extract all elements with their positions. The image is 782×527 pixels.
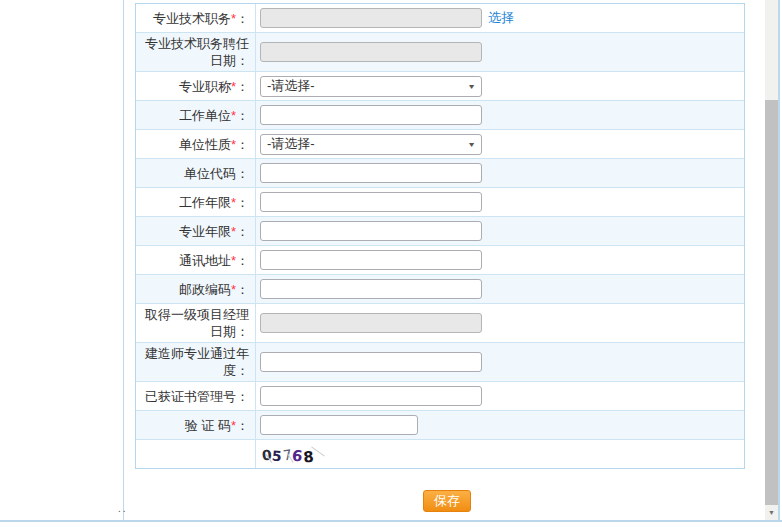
- save-button[interactable]: 保存: [423, 490, 471, 512]
- field-label-cell: 专业职称*：: [136, 72, 256, 100]
- field-label: 专业技术职务*：: [153, 10, 249, 27]
- field-label-cell: 工作年限*：: [136, 188, 256, 216]
- field-label: 建造师专业通过年度：: [140, 345, 249, 379]
- pm-certificate-date-input: [260, 313, 482, 333]
- field-value-cell: [256, 304, 744, 342]
- captcha-image: 05768: [262, 443, 314, 465]
- field-value-cell: 05768: [256, 440, 744, 468]
- field-label-cell: 单位代码：: [136, 159, 256, 187]
- form-row-captcha-image: 05768: [136, 440, 744, 468]
- form-row-work-unit: 工作单位*：: [136, 101, 744, 130]
- page-bottom-border: [0, 520, 782, 522]
- professional-title-select[interactable]: -请选择-▼: [260, 76, 482, 97]
- field-value-cell: -请选择-▼: [256, 72, 744, 100]
- field-value-cell: [256, 33, 744, 71]
- tech-post-appointment-date-input: [260, 42, 482, 62]
- field-label: 单位代码：: [184, 165, 249, 182]
- unit-code-input[interactable]: [260, 163, 482, 183]
- field-value-cell: [256, 343, 744, 381]
- captcha-digit: 8: [302, 447, 315, 468]
- field-value-cell: [256, 382, 744, 410]
- field-label: 专业年限*：: [179, 223, 249, 240]
- professional-tech-post-pick-link[interactable]: 选择: [488, 9, 514, 27]
- field-label-cell: 专业技术职务*：: [136, 4, 256, 32]
- registration-form-table: 专业技术职务*：选择专业技术职务聘任日期：专业职称*：-请选择-▼工作单位*：单…: [135, 3, 745, 469]
- field-label-cell: 专业技术职务聘任日期：: [136, 33, 256, 71]
- field-label-cell: 已获证书管理号：: [136, 382, 256, 410]
- unit-type-select[interactable]: -请选择-▼: [260, 134, 482, 155]
- field-label-cell: [136, 440, 256, 468]
- field-value-cell: [256, 217, 744, 245]
- field-label-cell: 专业年限*：: [136, 217, 256, 245]
- chevron-down-icon: ▼: [768, 509, 775, 516]
- professional-tech-post-input: [260, 8, 482, 28]
- form-row-constructor-pass-year: 建造师专业通过年度：: [136, 343, 744, 382]
- form-row-mailing-address: 通讯地址*：: [136, 246, 744, 275]
- chevron-down-icon: ▼: [467, 141, 476, 148]
- field-value-cell: [256, 188, 744, 216]
- form-row-unit-type: 单位性质*：-请选择-▼: [136, 130, 744, 159]
- selected-option-label: -请选择-: [267, 77, 315, 95]
- field-label: 取得一级项目经理日期：: [140, 306, 249, 340]
- field-label: 专业技术职务聘任日期：: [140, 35, 249, 69]
- form-row-professional-years: 专业年限*：: [136, 217, 744, 246]
- postal-code-input[interactable]: [260, 279, 482, 299]
- field-value-cell: [256, 101, 744, 129]
- field-label-cell: 通讯地址*：: [136, 246, 256, 274]
- form-row-certificate-number: 已获证书管理号：: [136, 382, 744, 411]
- field-label-cell: 邮政编码*：: [136, 275, 256, 303]
- content-left-border: [123, 0, 124, 520]
- field-label-cell: 工作单位*：: [136, 101, 256, 129]
- scrollbar-down-button[interactable]: ▼: [765, 505, 778, 520]
- form-row-postal-code: 邮政编码*：: [136, 275, 744, 304]
- constructor-pass-year-input[interactable]: [260, 352, 482, 372]
- form-row-work-years: 工作年限*：: [136, 188, 744, 217]
- field-value-cell: [256, 411, 744, 439]
- form-row-pm-certificate-date: 取得一级项目经理日期：: [136, 304, 744, 343]
- selected-option-label: -请选择-: [267, 135, 315, 153]
- field-label: 专业职称*：: [179, 78, 249, 95]
- mailing-address-input[interactable]: [260, 250, 482, 270]
- work-years-input[interactable]: [260, 192, 482, 212]
- stray-dots: ..: [118, 503, 128, 514]
- field-value-cell: [256, 246, 744, 274]
- form-row-professional-tech-post: 专业技术职务*：选择: [136, 4, 744, 33]
- field-label-cell: 单位性质*：: [136, 130, 256, 158]
- content-right-border: [778, 0, 780, 520]
- field-label-cell: 验 证 码*：: [136, 411, 256, 439]
- field-value-cell: [256, 159, 744, 187]
- field-label: 工作单位*：: [179, 107, 249, 124]
- field-value-cell: [256, 275, 744, 303]
- field-label: 已获证书管理号：: [145, 388, 249, 405]
- vertical-scrollbar-thumb[interactable]: [765, 100, 778, 505]
- certificate-number-input[interactable]: [260, 386, 482, 406]
- form-row-captcha-code: 验 证 码*：: [136, 411, 744, 440]
- field-value-cell: 选择: [256, 4, 744, 32]
- chevron-down-icon: ▼: [467, 83, 476, 90]
- field-label: 单位性质*：: [179, 136, 249, 153]
- field-label: 邮政编码*：: [179, 281, 249, 298]
- work-unit-input[interactable]: [260, 105, 482, 125]
- field-label-cell: 建造师专业通过年度：: [136, 343, 256, 381]
- form-row-professional-title: 专业职称*：-请选择-▼: [136, 72, 744, 101]
- field-label-cell: 取得一级项目经理日期：: [136, 304, 256, 342]
- field-value-cell: -请选择-▼: [256, 130, 744, 158]
- form-row-unit-code: 单位代码：: [136, 159, 744, 188]
- captcha-code-input[interactable]: [260, 415, 418, 435]
- field-label: 工作年限*：: [179, 194, 249, 211]
- professional-years-input[interactable]: [260, 221, 482, 241]
- field-label: 通讯地址*：: [179, 252, 249, 269]
- form-row-tech-post-appointment-date: 专业技术职务聘任日期：: [136, 33, 744, 72]
- field-label: 验 证 码*：: [185, 417, 249, 434]
